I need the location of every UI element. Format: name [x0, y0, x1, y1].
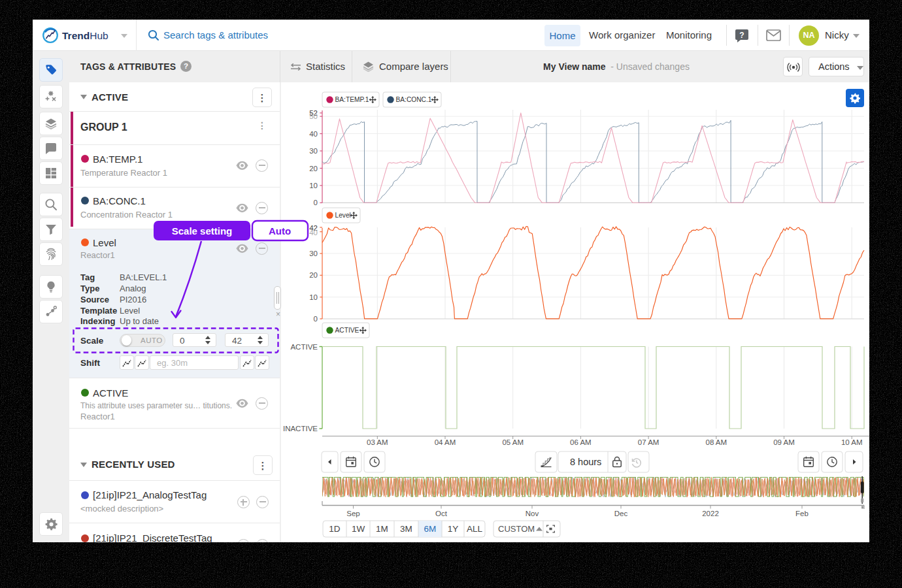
svg-text:Scale setting: Scale setting — [172, 225, 233, 237]
svg-text:Auto: Auto — [269, 225, 291, 237]
